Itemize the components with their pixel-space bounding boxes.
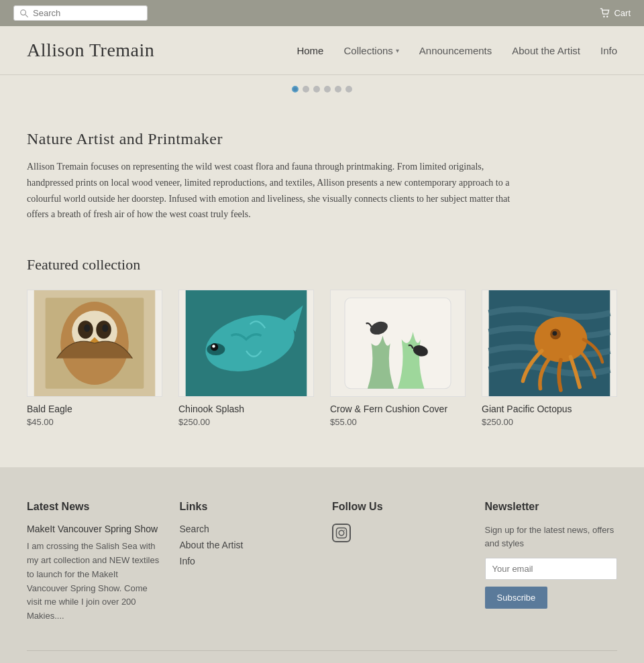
product-card-cushion[interactable]: Crow & Fern Cushion Cover $55.00: [330, 290, 466, 427]
product-name-bald-eagle: Bald Eagle: [27, 404, 162, 414]
svg-point-3: [606, 15, 608, 17]
footer-newsletter-title: Newsletter: [485, 501, 618, 513]
product-card-chinook[interactable]: Chinook Splash $250.00: [178, 290, 314, 427]
slideshow-dot-4[interactable]: [324, 86, 331, 93]
product-card-octopus[interactable]: Giant Pacific Octopus $250.00: [482, 290, 617, 427]
svg-line-1: [25, 14, 28, 17]
svg-point-2: [604, 15, 605, 17]
svg-point-25: [553, 331, 557, 336]
slideshow-dot-1[interactable]: [292, 86, 299, 93]
product-image-bald-eagle: [27, 290, 162, 397]
nav-collections[interactable]: Collections ▾: [343, 45, 398, 56]
products-grid: Bald Eagle $45.00 Chinook Spla: [27, 290, 617, 427]
footer-link-info[interactable]: Info: [180, 556, 313, 566]
footer: Latest News MakeIt Vancouver Spring Show…: [0, 467, 644, 663]
footer-newsletter: Newsletter Sign up for the latest news, …: [485, 501, 618, 623]
product-image-chinook: [178, 290, 314, 397]
site-title: Allison Tremain: [27, 40, 154, 61]
svg-point-23: [534, 317, 587, 363]
footer-newsletter-desc: Sign up for the latest news, offers and …: [485, 524, 618, 550]
nav-info[interactable]: Info: [600, 45, 617, 56]
product-name-chinook: Chinook Splash: [178, 404, 314, 414]
hero-title: Nature Artist and Printmaker: [27, 130, 617, 148]
footer-news-article-text: I am crossing the Salish Sea with my art…: [27, 540, 160, 623]
site-header: Allison Tremain Home Collections ▾ Annou…: [0, 26, 644, 75]
product-image-cushion: [330, 290, 466, 397]
footer-bottom: Copyright © 2018, Allison Tremain. Power…: [27, 650, 617, 663]
svg-point-0: [21, 9, 26, 15]
product-name-cushion: Crow & Fern Cushion Cover: [330, 404, 466, 414]
footer-follow: Follow Us: [332, 501, 465, 623]
top-bar: Cart: [0, 0, 644, 26]
footer-links-title: Links: [180, 501, 313, 513]
slideshow-dot-2[interactable]: [303, 86, 309, 93]
product-price-octopus: $250.00: [482, 417, 617, 427]
footer-links: Links Search About the Artist Info: [180, 501, 313, 623]
slideshow-dot-3[interactable]: [313, 86, 320, 93]
search-input[interactable]: [33, 8, 142, 18]
nav-about[interactable]: About the Artist: [512, 45, 580, 56]
instagram-icon[interactable]: [332, 524, 351, 542]
collections-label: Collections: [343, 45, 392, 56]
footer-link-search[interactable]: Search: [180, 524, 313, 534]
footer-grid: Latest News MakeIt Vancouver Spring Show…: [27, 501, 617, 623]
featured-title: Featured collection: [27, 256, 617, 274]
product-name-octopus: Giant Pacific Octopus: [482, 404, 617, 414]
hero-description: Allison Tremain focuses on representing …: [27, 159, 530, 223]
product-image-octopus: [482, 290, 617, 397]
svg-point-27: [339, 530, 344, 536]
slideshow-dots: [0, 75, 644, 103]
slideshow-dot-5[interactable]: [335, 86, 341, 93]
svg-point-28: [343, 530, 345, 531]
cart-label: Cart: [614, 8, 631, 18]
footer-news-article-title[interactable]: MakeIt Vancouver Spring Show: [27, 524, 160, 534]
slideshow-dot-6[interactable]: [345, 86, 352, 93]
search-icon: [19, 9, 29, 18]
email-input[interactable]: [485, 558, 618, 580]
svg-rect-19: [345, 298, 451, 388]
footer-latest-news: Latest News MakeIt Vancouver Spring Show…: [27, 501, 160, 623]
svg-point-17: [212, 345, 215, 348]
product-price-chinook: $250.00: [178, 417, 314, 427]
product-price-bald-eagle: $45.00: [27, 417, 162, 427]
nav-home[interactable]: Home: [297, 45, 323, 56]
footer-follow-title: Follow Us: [332, 501, 465, 513]
main-nav: Home Collections ▾ Announcements About t…: [297, 45, 617, 56]
svg-point-10: [84, 324, 90, 332]
footer-link-about[interactable]: About the Artist: [180, 540, 313, 550]
nav-announcements[interactable]: Announcements: [419, 45, 492, 56]
svg-point-11: [102, 324, 108, 332]
cart-icon: [600, 8, 610, 19]
product-card-bald-eagle[interactable]: Bald Eagle $45.00: [27, 290, 162, 427]
chevron-down-icon: ▾: [396, 47, 399, 54]
product-price-cushion: $55.00: [330, 417, 466, 427]
subscribe-button[interactable]: Subscribe: [485, 587, 548, 609]
svg-rect-26: [337, 528, 347, 538]
cart-link[interactable]: Cart: [600, 8, 631, 19]
search-form[interactable]: [13, 5, 148, 21]
main-content: Nature Artist and Printmaker Allison Tre…: [0, 103, 644, 467]
footer-news-title: Latest News: [27, 501, 160, 513]
